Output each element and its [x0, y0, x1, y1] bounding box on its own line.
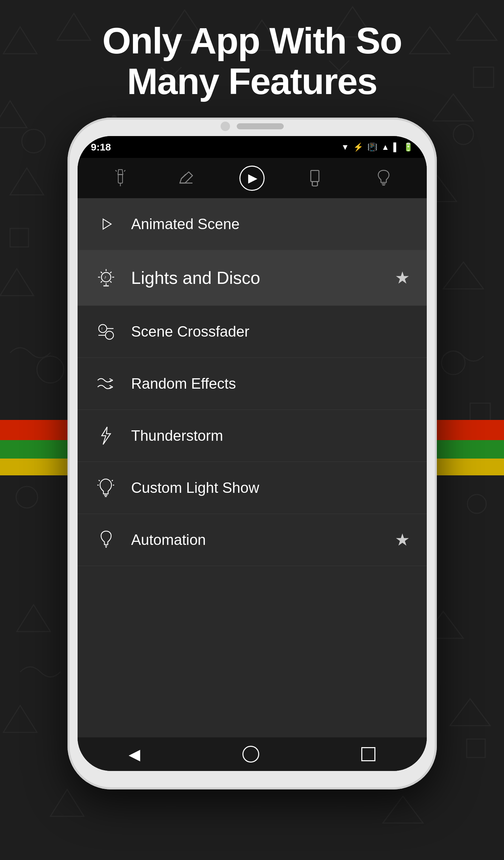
svg-point-20 [453, 124, 473, 144]
signal-icon: ▼ [341, 142, 349, 152]
animated-scene-icon [94, 212, 118, 236]
play-triangle-icon: ▶ [248, 171, 257, 185]
svg-marker-11 [0, 269, 33, 296]
phone-speaker [237, 123, 284, 129]
heading-line1: Only App With So [102, 20, 402, 61]
svg-line-43 [116, 170, 117, 171]
battery-icon: 🔋 [403, 142, 413, 152]
menu-list: Animated Scene [77, 198, 427, 737]
svg-line-73 [109, 385, 113, 387]
svg-rect-34 [10, 228, 29, 247]
svg-marker-75 [102, 427, 110, 444]
svg-marker-16 [450, 699, 490, 726]
crossfader-icon: ! [94, 320, 118, 343]
svg-marker-18 [383, 796, 423, 823]
thunderstorm-icon [94, 424, 118, 447]
svg-marker-13 [17, 605, 50, 632]
svg-line-80 [99, 480, 100, 481]
svg-rect-47 [311, 170, 319, 182]
svg-marker-53 [103, 219, 111, 229]
toolbar-edit[interactable] [173, 164, 200, 191]
play-circle: ▶ [239, 166, 265, 191]
svg-rect-48 [312, 182, 317, 186]
light-show-icon [94, 476, 118, 500]
phone-camera [221, 121, 230, 131]
bottom-nav: ◀ [77, 737, 427, 771]
menu-item-thunderstorm[interactable]: Thunderstorm [77, 410, 427, 462]
nav-home-button[interactable] [242, 746, 259, 763]
svg-text:!: ! [101, 327, 102, 331]
svg-point-65 [105, 331, 114, 339]
svg-line-71 [109, 378, 113, 380]
toolbar-play[interactable]: ▶ [239, 164, 266, 191]
toolbar-flashlight[interactable] [107, 164, 134, 191]
svg-point-19 [22, 129, 45, 153]
menu-item-custom-light-show[interactable]: Custom Light Show [77, 462, 427, 514]
svg-rect-41 [118, 174, 122, 183]
svg-point-64 [99, 325, 107, 333]
svg-line-59 [101, 272, 102, 273]
home-circle-icon [242, 746, 259, 763]
status-icons: ▼ ⚡ 📳 ▲ ▌ 🔋 [341, 142, 413, 152]
svg-line-45 [181, 174, 186, 178]
animated-scene-label: Animated Scene [131, 216, 410, 232]
svg-line-81 [112, 480, 113, 481]
signal-bars-icon: ▌ [393, 142, 399, 152]
nav-recent-button[interactable] [361, 747, 375, 761]
svg-marker-7 [0, 101, 27, 128]
phone-screen: 9:18 ▼ ⚡ 📳 ▲ ▌ 🔋 [77, 136, 427, 771]
lights-disco-star: ★ [395, 268, 410, 288]
status-time: 9:18 [91, 141, 111, 153]
bluetooth-icon: ⚡ [353, 142, 363, 152]
svg-marker-12 [443, 262, 484, 289]
random-effects-label: Random Effects [131, 375, 410, 392]
menu-item-scene-crossfader[interactable]: ! Scene Crossfader [77, 306, 427, 358]
recent-square-icon [361, 747, 375, 761]
nav-back-button[interactable]: ◀ [129, 745, 140, 763]
svg-line-44 [124, 170, 125, 171]
lights-disco-icon: ♪ [94, 266, 118, 290]
svg-text:♪: ♪ [104, 274, 106, 280]
svg-line-61 [101, 281, 102, 283]
thunderstorm-label: Thunderstorm [131, 427, 410, 444]
custom-light-show-label: Custom Light Show [131, 479, 410, 496]
svg-rect-36 [467, 739, 485, 758]
automation-label: Automation [131, 531, 395, 548]
svg-line-60 [110, 281, 112, 283]
svg-point-21 [37, 356, 64, 383]
status-bar: 9:18 ▼ ⚡ 📳 ▲ ▌ 🔋 [77, 136, 427, 158]
menu-item-lights-disco[interactable]: ♪ Lights and Disco ★ [77, 250, 427, 306]
svg-point-24 [16, 486, 38, 508]
phone-device: 9:18 ▼ ⚡ 📳 ▲ ▌ 🔋 [68, 118, 437, 789]
svg-marker-15 [3, 705, 37, 732]
automation-star: ★ [395, 530, 410, 549]
main-heading: Only App With So Many Features [0, 20, 504, 101]
random-icon [94, 372, 118, 396]
toolbar-bulb[interactable] [370, 164, 397, 191]
phone-notch [221, 121, 284, 131]
app-toolbar: ▶ [77, 158, 427, 198]
heading-line2: Many Features [127, 60, 377, 102]
automation-icon [94, 528, 118, 551]
crossfader-label: Scene Crossfader [131, 323, 410, 340]
wifi-icon: ▲ [382, 142, 389, 152]
svg-marker-9 [10, 168, 44, 195]
menu-item-random-effects[interactable]: Random Effects [77, 358, 427, 410]
vibrate-icon: 📳 [367, 142, 377, 152]
svg-line-62 [110, 272, 112, 273]
back-icon: ◀ [129, 745, 140, 763]
phone-body: 9:18 ▼ ⚡ 📳 ▲ ▌ 🔋 [68, 118, 437, 789]
menu-item-animated-scene[interactable]: Animated Scene [77, 198, 427, 250]
svg-marker-17 [50, 789, 84, 816]
toolbar-brush[interactable] [305, 164, 331, 191]
lights-disco-label: Lights and Disco [131, 268, 395, 288]
menu-item-automation[interactable]: Automation ★ [77, 514, 427, 566]
svg-point-23 [468, 494, 486, 513]
